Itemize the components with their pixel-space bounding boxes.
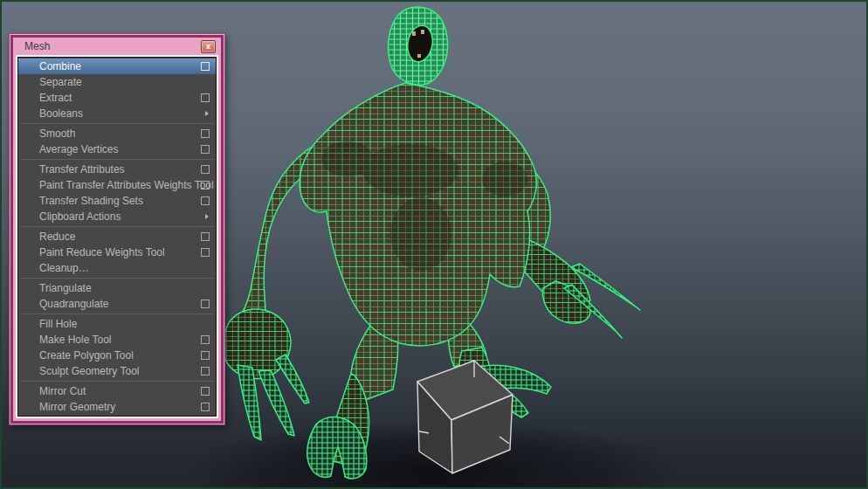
menu-item-label: Booleans [39,107,83,120]
panel-title: Mesh [24,40,50,52]
menu-item-separate[interactable]: Separate [18,74,216,90]
menu-item-paint-reduce-weights-tool[interactable]: Paint Reduce Weights Tool [18,244,216,260]
option-box-icon[interactable] [201,403,210,411]
submenu-arrow-icon [205,111,209,116]
menu-item-label: Smooth [39,127,75,140]
menu-item-label: Create Polygon Tool [39,349,134,362]
menu-item-label: Clipboard Actions [39,210,121,223]
menu-item-transfer-shading-sets[interactable]: Transfer Shading Sets [18,193,216,209]
menu-item-quadrangulate[interactable]: Quadrangulate [18,296,216,312]
option-box-icon[interactable] [201,232,210,241]
menu-separator [20,381,214,382]
menu-separator [20,278,214,279]
menu-frame: CombineSeparateExtractBooleansSmoothAver… [16,55,218,418]
menu-item-extract[interactable]: Extract [18,90,216,106]
mesh-panel-window[interactable]: Mesh x CombineSeparateExtractBooleansSmo… [9,33,225,425]
menu-separator [20,226,214,227]
menu-item-average-vertices[interactable]: Average Vertices [18,141,216,157]
menu-separator [20,123,214,124]
option-box-icon[interactable] [201,335,210,344]
menu-item-reduce[interactable]: Reduce [18,229,216,244]
menu-item-mirror-cut[interactable]: Mirror Cut [18,383,216,399]
menu-item-label: Quadrangulate [39,298,108,310]
menu-item-label: Extract [39,92,72,104]
menu-item-label: Reduce [39,231,75,243]
menu-item-paint-transfer-attributes-weights-tool[interactable]: Paint Transfer Attributes Weights Tool [18,177,216,193]
panel-titlebar[interactable]: Mesh x [16,38,218,55]
menu-item-label: Transfer Shading Sets [39,195,143,207]
menu-separator [20,159,214,160]
menu-item-combine[interactable]: Combine [18,59,216,74]
menu-item-triangulate[interactable]: Triangulate [18,280,216,296]
option-box-icon[interactable] [201,129,210,138]
menu-item-fill-hole[interactable]: Fill Hole [18,316,216,332]
option-box-icon[interactable] [201,196,210,205]
menu-item-smooth[interactable]: Smooth [18,126,216,141]
option-box-icon[interactable] [201,165,210,174]
menu-list: CombineSeparateExtractBooleansSmoothAver… [17,57,217,417]
menu-item-label: Average Vertices [39,143,119,155]
option-box-icon[interactable] [201,351,210,360]
menu-item-label: Mirror Cut [39,385,86,397]
menu-item-label: Paint Reduce Weights Tool [39,246,165,258]
option-box-icon[interactable] [201,367,210,375]
option-box-icon[interactable] [201,181,210,189]
menu-item-label: Paint Transfer Attributes Weights Tool [39,179,214,191]
menu-item-label: Sculpt Geometry Tool [39,365,140,377]
panel-border-stripe: Mesh x CombineSeparateExtractBooleansSmo… [10,35,224,424]
menu-item-sculpt-geometry-tool[interactable]: Sculpt Geometry Tool [18,363,216,379]
menu-item-label: Cleanup… [39,262,89,274]
option-box-icon[interactable] [201,145,210,154]
menu-item-label: Separate [39,76,82,88]
option-box-icon[interactable] [201,93,210,102]
menu-item-label: Transfer Attributes [39,163,125,176]
menu-item-mirror-geometry[interactable]: Mirror Geometry [18,399,216,415]
menu-separator [20,313,214,314]
submenu-arrow-icon [205,214,209,219]
menu-item-transfer-attributes[interactable]: Transfer Attributes [18,162,216,177]
option-box-icon[interactable] [201,387,210,396]
menu-item-booleans[interactable]: Booleans [18,106,216,121]
menu-item-label: Mirror Geometry [39,401,115,413]
menu-item-make-hole-tool[interactable]: Make Hole Tool [18,332,216,348]
menu-item-label: Make Hole Tool [39,334,112,346]
menu-item-clipboard-actions[interactable]: Clipboard Actions [18,209,216,224]
option-box-icon[interactable] [201,248,210,257]
menu-item-create-polygon-tool[interactable]: Create Polygon Tool [18,348,216,363]
close-icon[interactable]: x [201,40,216,53]
option-box-icon[interactable] [201,62,210,71]
menu-item-label: Combine [39,60,81,72]
option-box-icon[interactable] [201,300,210,308]
menu-item-label: Triangulate [39,282,92,294]
menu-item-cleanup[interactable]: Cleanup… [18,260,216,276]
menu-item-label: Fill Hole [39,318,77,330]
